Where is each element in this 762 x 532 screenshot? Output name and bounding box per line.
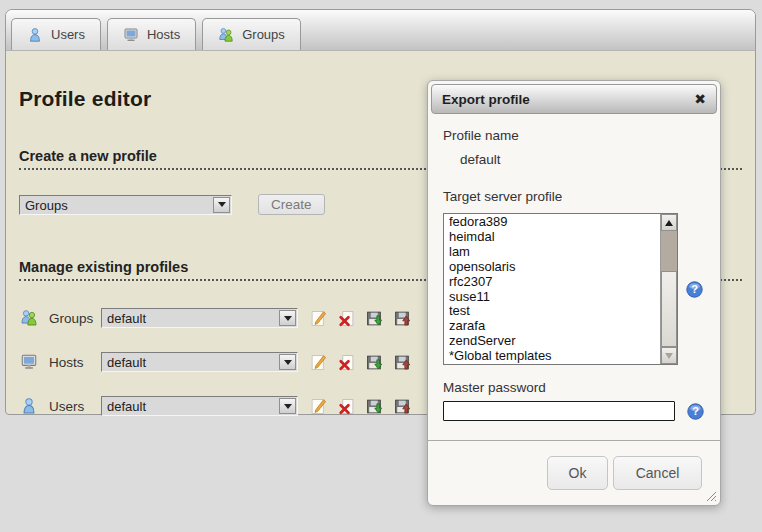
row-label: Groups	[39, 311, 101, 326]
target-option[interactable]: zendServer	[449, 334, 659, 349]
edit-icon[interactable]	[310, 354, 327, 371]
profile-type-select-value: Groups	[20, 196, 212, 214]
resize-handle[interactable]	[706, 491, 717, 502]
cancel-button[interactable]: Cancel	[613, 456, 702, 490]
row-label: Users	[39, 399, 101, 414]
edit-icon[interactable]	[310, 310, 327, 327]
scrollbar-track[interactable]	[661, 231, 677, 271]
group-icon	[218, 27, 234, 43]
target-option[interactable]: fedora389	[449, 215, 659, 230]
user-icon	[19, 397, 39, 415]
export-profile-dialog: Export profile ✖ Profile name default Ta…	[427, 80, 721, 506]
tab-label: Hosts	[147, 27, 180, 42]
group-icon	[19, 309, 39, 327]
export-icon[interactable]	[366, 310, 383, 327]
svg-text:?: ?	[691, 283, 698, 295]
target-option[interactable]: zarafa	[449, 319, 659, 334]
profile-type-select[interactable]: Groups	[19, 195, 232, 215]
target-server-listbox[interactable]: fedora389 heimdal lam opensolaris rfc230…	[443, 213, 678, 365]
target-option[interactable]: heimdal	[449, 230, 659, 245]
export-icon[interactable]	[366, 354, 383, 371]
chevron-down-icon[interactable]	[279, 310, 296, 326]
users-profile-select[interactable]: default	[101, 396, 298, 416]
dialog-title: Export profile	[442, 92, 530, 107]
row-label: Hosts	[39, 355, 101, 370]
export-icon[interactable]	[366, 398, 383, 415]
groups-profile-select[interactable]: default	[101, 308, 298, 328]
user-icon	[27, 27, 43, 43]
chevron-down-icon[interactable]	[279, 398, 296, 414]
close-icon[interactable]: ✖	[694, 92, 706, 106]
create-button[interactable]: Create	[258, 194, 325, 215]
target-option[interactable]: lam	[449, 245, 659, 260]
chevron-down-icon[interactable]	[279, 354, 296, 370]
tab-users[interactable]: Users	[11, 18, 101, 50]
host-icon	[19, 353, 39, 371]
hosts-profile-select[interactable]: default	[101, 352, 298, 372]
help-icon[interactable]: ?	[686, 281, 703, 298]
master-password-label: Master password	[443, 380, 705, 395]
users-profile-select-value: default	[102, 397, 278, 415]
target-option[interactable]: opensolaris	[449, 260, 659, 275]
tab-groups[interactable]: Groups	[202, 18, 301, 50]
master-password-input[interactable]	[443, 401, 675, 421]
ok-button[interactable]: Ok	[547, 456, 608, 490]
host-icon	[123, 27, 139, 43]
target-option[interactable]: test	[449, 304, 659, 319]
scroll-up-icon[interactable]	[661, 214, 677, 231]
tab-label: Groups	[242, 27, 285, 42]
delete-icon[interactable]	[338, 354, 355, 371]
edit-icon[interactable]	[310, 398, 327, 415]
target-option[interactable]: suse11	[449, 290, 659, 305]
listbox-scrollbar[interactable]	[660, 214, 677, 364]
svg-text:?: ?	[692, 405, 699, 417]
tab-label: Users	[51, 27, 85, 42]
profile-name-label: Profile name	[443, 128, 705, 143]
help-icon[interactable]: ?	[687, 403, 704, 420]
target-option[interactable]: *Global templates	[449, 349, 659, 364]
scrollbar-thumb[interactable]	[661, 271, 677, 347]
import-icon[interactable]	[394, 398, 411, 415]
dialog-titlebar[interactable]: Export profile ✖	[431, 84, 717, 114]
target-server-label: Target server profile	[443, 189, 705, 204]
tab-hosts[interactable]: Hosts	[107, 18, 196, 50]
target-option[interactable]: rfc2307	[449, 275, 659, 290]
import-icon[interactable]	[394, 354, 411, 371]
tab-bar: Users Hosts Groups	[6, 10, 755, 51]
scroll-down-icon[interactable]	[661, 347, 677, 364]
groups-profile-select-value: default	[102, 309, 278, 327]
hosts-profile-select-value: default	[102, 353, 278, 371]
delete-icon[interactable]	[338, 310, 355, 327]
profile-name-value: default	[443, 152, 705, 167]
delete-icon[interactable]	[338, 398, 355, 415]
chevron-down-icon[interactable]	[213, 197, 230, 213]
import-icon[interactable]	[394, 310, 411, 327]
